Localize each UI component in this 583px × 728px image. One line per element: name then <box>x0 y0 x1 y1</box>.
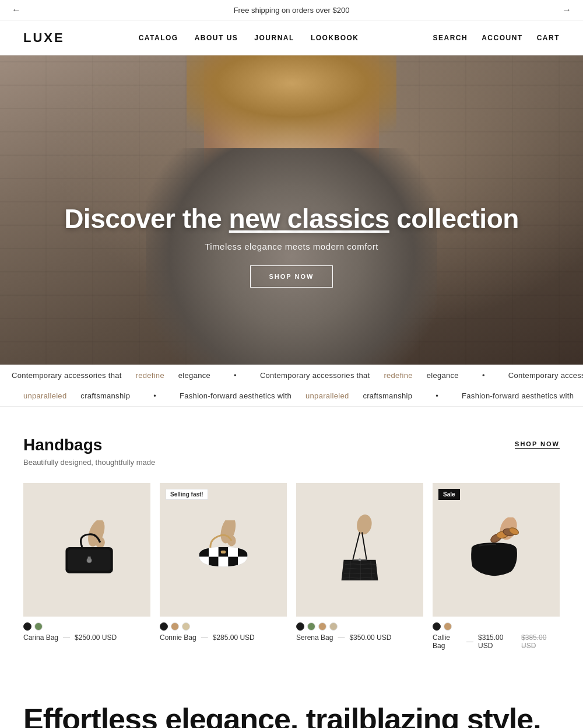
svg-rect-15 <box>219 557 229 567</box>
nav-about-us[interactable]: ABOUT US <box>195 34 238 42</box>
color-dot[interactable] <box>318 622 326 631</box>
serena-price: $350.00 USD <box>349 634 391 642</box>
color-dot[interactable] <box>296 622 304 631</box>
svg-rect-9 <box>209 547 219 557</box>
hero-title: Discover the new classics collection <box>64 203 519 235</box>
connie-colors <box>160 622 287 631</box>
connie-price: $285.00 USD <box>213 634 255 642</box>
announcement-text: Free shipping on orders over $200 <box>234 6 350 15</box>
hero-section: Discover the new classics collection Tim… <box>0 55 583 365</box>
nav-journal[interactable]: JOURNAL <box>254 34 294 42</box>
hero-model-hair <box>187 55 396 195</box>
carina-bag-svg <box>49 520 125 579</box>
product-card-carina[interactable]: Carina Bag — $250.00 USD <box>23 483 150 650</box>
carina-colors <box>23 622 150 631</box>
product-card-callie[interactable]: Sale <box>433 483 560 650</box>
svg-rect-13 <box>199 557 209 567</box>
svg-point-19 <box>355 513 373 536</box>
callie-name: Callie Bag <box>433 634 462 650</box>
connie-info: Connie Bag — $285.00 USD <box>160 634 287 642</box>
marquee-row-1: Contemporary accessories that redefine e… <box>0 365 583 386</box>
connie-name: Connie Bag <box>160 634 196 642</box>
nav-catalog[interactable]: CATALOG <box>139 34 178 42</box>
color-dot[interactable] <box>307 622 315 631</box>
announcement-prev[interactable]: ← <box>12 5 21 15</box>
carina-name: Carina Bag <box>23 634 58 642</box>
serena-info: Serena Bag — $350.00 USD <box>296 634 423 642</box>
header: LUXE CATALOG ABOUT US JOURNAL LOOKBOOK S… <box>0 20 583 55</box>
callie-price: $315.00 USD <box>478 634 517 650</box>
connie-badge: Selling fast! <box>166 489 208 500</box>
product-card-serena[interactable]: Serena Bag — $350.00 USD <box>296 483 423 650</box>
color-dot[interactable] <box>444 622 452 631</box>
svg-rect-8 <box>199 547 209 557</box>
hero-cta-button[interactable]: SHOP NOW <box>250 265 333 288</box>
handbags-section: Handbags SHOP NOW Beautifully designed, … <box>0 407 583 673</box>
nav-search[interactable]: SEARCH <box>433 34 468 42</box>
callie-bag-svg <box>455 517 537 582</box>
handbags-shop-now[interactable]: SHOP NOW <box>515 440 560 447</box>
svg-rect-14 <box>209 557 219 567</box>
color-dot[interactable] <box>433 622 441 631</box>
announcement-next[interactable]: → <box>562 5 571 15</box>
callie-info: Callie Bag — $315.00 USD $385.00 USD <box>433 634 560 650</box>
section-title: Handbags <box>23 436 102 454</box>
hero-content: Discover the new classics collection Tim… <box>64 203 519 288</box>
nav-right: SEARCH ACCOUNT CART <box>433 34 560 42</box>
section-subtitle: Beautifully designed, thoughtfully made <box>23 458 560 467</box>
nav-left: CATALOG ABOUT US JOURNAL LOOKBOOK <box>139 34 359 42</box>
product-card-connie[interactable]: Selling fast! <box>160 483 287 650</box>
serena-name: Serena Bag <box>296 634 333 642</box>
svg-rect-5 <box>88 557 91 561</box>
svg-rect-11 <box>228 547 238 557</box>
product-image-connie: Selling fast! <box>160 483 287 617</box>
svg-line-20 <box>353 533 360 560</box>
color-dot[interactable] <box>182 622 190 631</box>
svg-rect-12 <box>238 547 248 557</box>
connie-bag-svg <box>182 520 264 579</box>
bottom-cta-text: Effortless elegance, trailblazing style.… <box>23 702 560 728</box>
color-dot[interactable] <box>34 622 43 631</box>
svg-rect-16 <box>228 557 238 567</box>
svg-rect-17 <box>238 557 248 567</box>
product-grid: Carina Bag — $250.00 USD Selling fast! <box>23 483 560 650</box>
color-dot[interactable] <box>171 622 179 631</box>
serena-bag-svg <box>328 512 392 587</box>
svg-point-23 <box>359 559 361 562</box>
product-image-serena <box>296 483 423 617</box>
svg-rect-18 <box>221 551 226 554</box>
callie-price-original: $385.00 USD <box>521 634 560 650</box>
bottom-cta-section: Effortless elegance, trailblazing style.… <box>0 673 583 728</box>
carina-info: Carina Bag — $250.00 USD <box>23 634 150 642</box>
logo[interactable]: LUXE <box>23 30 65 46</box>
hero-subtitle: Timeless elegance meets modern comfort <box>64 242 519 251</box>
nav-cart[interactable]: CART <box>537 34 560 42</box>
serena-colors <box>296 622 423 631</box>
color-dot[interactable] <box>329 622 338 631</box>
marquee-row-2: unparalleled craftsmanship • Fashion-for… <box>0 386 583 406</box>
callie-colors <box>433 622 560 631</box>
carina-price: $250.00 USD <box>75 634 117 642</box>
marquee-section: Contemporary accessories that redefine e… <box>0 365 583 407</box>
svg-line-21 <box>362 533 367 560</box>
product-image-callie: Sale <box>433 483 560 617</box>
color-dot[interactable] <box>160 622 168 631</box>
nav-lookbook[interactable]: LOOKBOOK <box>311 34 359 42</box>
product-image-carina <box>23 483 150 617</box>
announcement-bar: ← Free shipping on orders over $200 → <box>0 0 583 20</box>
color-dot[interactable] <box>23 622 31 631</box>
callie-badge: Sale <box>438 489 460 500</box>
section-header: Handbags SHOP NOW <box>23 436 560 454</box>
nav-account[interactable]: ACCOUNT <box>482 34 523 42</box>
